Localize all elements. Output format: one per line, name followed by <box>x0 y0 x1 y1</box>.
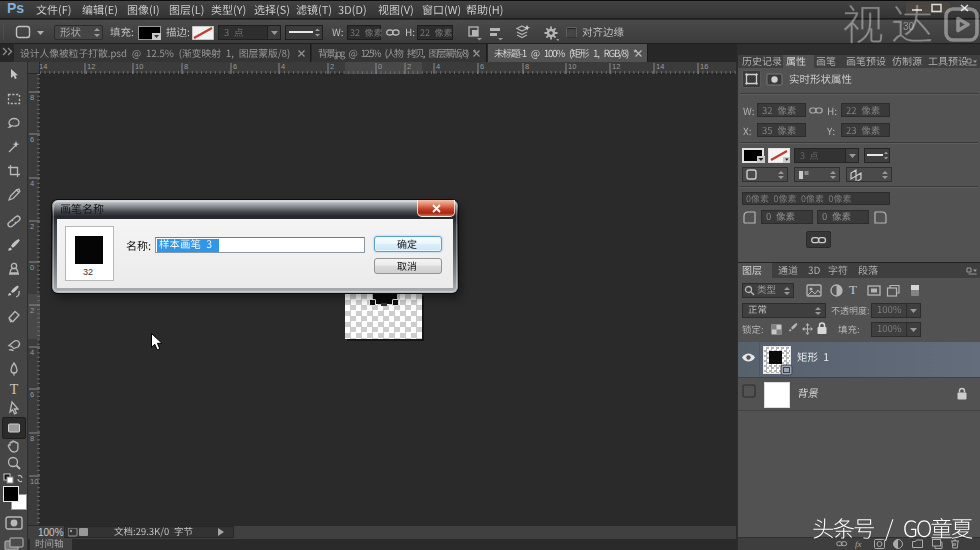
svg-text:T: T <box>10 382 19 397</box>
